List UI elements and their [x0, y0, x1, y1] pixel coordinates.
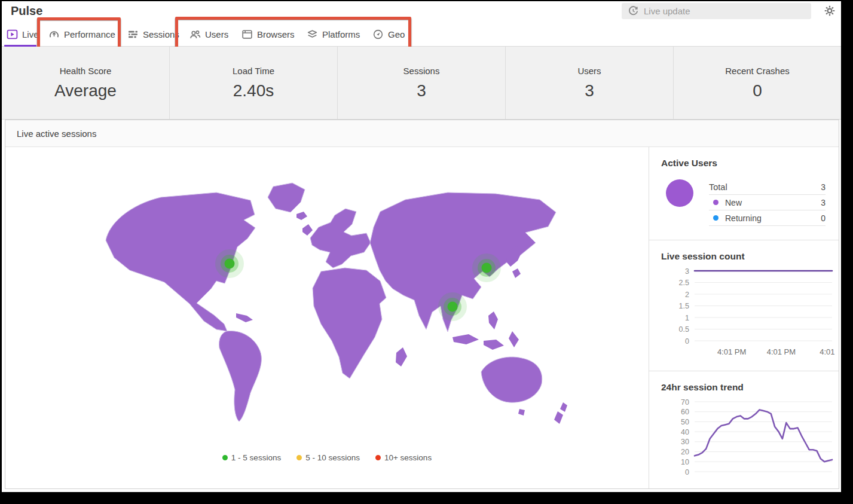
app-window: Pulse Live update Live: [2, 1, 841, 492]
tab-live[interactable]: Live: [7, 22, 39, 47]
stat-label: Health Score: [2, 66, 169, 76]
stat-label: Sessions: [338, 66, 505, 76]
live-play-icon: [7, 29, 18, 40]
row-value: 3: [821, 182, 826, 192]
row-label: New: [725, 198, 742, 207]
svg-text:70: 70: [681, 398, 689, 407]
tab-sessions-label: Sessions: [143, 29, 179, 39]
legend-item-green: 1 - 5 sessions: [222, 453, 281, 462]
stat-health-score: Health Score Average: [2, 47, 169, 119]
stat-label: Users: [506, 66, 673, 76]
svg-text:1: 1: [685, 314, 689, 322]
stat-value: 3: [506, 81, 673, 100]
legend-item-red: 10+ sessions: [375, 453, 432, 462]
tab-performance-label: Performance: [64, 29, 115, 39]
stats-band: Health Score Average Load Time 2.40s Ses…: [2, 47, 841, 120]
settings-button[interactable]: [823, 4, 837, 19]
panel-title: Live active sessions: [17, 129, 96, 139]
svg-text:40: 40: [681, 428, 689, 436]
svg-text:30: 30: [681, 438, 689, 446]
tab-browsers-label: Browsers: [257, 29, 295, 39]
session-trend-section: 24hr session trend 706050403020100: [649, 371, 839, 488]
svg-text:50: 50: [681, 418, 689, 426]
svg-text:0.5: 0.5: [679, 325, 689, 334]
row-label: Returning: [725, 213, 762, 223]
stat-value: 0: [674, 81, 841, 100]
tab-sessions[interactable]: Sessions: [127, 22, 179, 47]
live-sessions-panel: Live active sessions: [5, 120, 839, 489]
table-row: Returning 0: [709, 210, 826, 226]
stat-recent-crashes: Recent Crashes 0: [673, 47, 841, 119]
row-value: 0: [821, 213, 826, 223]
tab-live-label: Live: [22, 29, 39, 39]
world-map: [94, 181, 579, 439]
live-session-count-title: Live session count: [661, 251, 826, 262]
session-trend-title: 24hr session trend: [661, 382, 826, 393]
stat-value: 3: [338, 81, 505, 100]
stat-users: Users 3: [505, 47, 673, 119]
tab-platforms-label: Platforms: [322, 29, 360, 39]
world-map-area: 1 - 5 sessions 5 - 10 sessions 10+ sessi…: [5, 147, 649, 488]
stat-value: Average: [2, 81, 169, 100]
svg-text:1.5: 1.5: [679, 302, 689, 310]
live-update-control[interactable]: Live update: [622, 3, 811, 19]
sessions-bars-icon: [127, 29, 139, 40]
svg-text:3: 3: [685, 267, 689, 276]
svg-text:10: 10: [681, 458, 689, 466]
stat-value: 2.40s: [170, 81, 337, 100]
stat-sessions: Sessions 3: [337, 47, 505, 119]
table-row: New 3: [709, 195, 826, 210]
row-value: 3: [821, 198, 826, 207]
active-users-title: Active Users: [661, 158, 826, 169]
green-dot-icon: [222, 455, 228, 460]
row-label: Total: [709, 182, 727, 192]
svg-text:4:01 PM: 4:01 PM: [767, 347, 796, 356]
tab-geo[interactable]: Geo: [372, 22, 405, 47]
tab-users-label: Users: [205, 29, 228, 39]
svg-text:2: 2: [685, 291, 689, 299]
tab-performance[interactable]: Performance: [48, 22, 115, 47]
red-dot-icon: [375, 455, 381, 460]
app-header: Pulse Live update: [2, 1, 841, 22]
stat-label: Load Time: [170, 66, 337, 76]
performance-gauge-icon: [48, 29, 60, 40]
stat-label: Recent Crashes: [674, 66, 841, 76]
active-users-table: Total 3 New 3 Returning 0: [709, 179, 826, 226]
svg-text:0: 0: [685, 468, 689, 476]
svg-text:4:01: 4:01: [820, 347, 834, 356]
legend-label: 1 - 5 sessions: [231, 453, 281, 462]
live-session-count-section: Live session count 32.521.510.504:01 PM4…: [649, 240, 839, 371]
geo-globe-icon: [372, 29, 384, 40]
sidebar: Active Users Total 3 New 3: [649, 147, 839, 488]
page-title: Pulse: [11, 4, 42, 18]
tab-bar: Live Performance Sessions: [2, 22, 841, 47]
browsers-window-icon: [241, 29, 253, 40]
svg-text:2.5: 2.5: [679, 279, 689, 287]
platforms-layers-icon: [307, 29, 318, 40]
yellow-dot-icon: [296, 455, 302, 460]
active-users-donut: [666, 179, 693, 207]
live-session-count-chart: 32.521.510.504:01 PM4:01 PM4:01: [661, 267, 838, 356]
svg-text:20: 20: [681, 448, 689, 456]
legend-label: 10+ sessions: [384, 453, 432, 462]
svg-text:0: 0: [685, 337, 689, 346]
tab-browsers[interactable]: Browsers: [241, 22, 295, 47]
gear-icon: [823, 4, 836, 17]
new-users-dot-icon: [713, 200, 719, 205]
stat-load-time: Load Time 2.40s: [169, 47, 337, 119]
session-trend-chart: 706050403020100: [661, 398, 838, 475]
tab-geo-label: Geo: [388, 29, 405, 39]
table-row: Total 3: [709, 179, 826, 195]
returning-users-dot-icon: [713, 215, 719, 221]
legend-item-yellow: 5 - 10 sessions: [296, 453, 360, 462]
tab-platforms[interactable]: Platforms: [307, 22, 360, 47]
svg-text:4:01 PM: 4:01 PM: [717, 347, 746, 356]
tab-users[interactable]: Users: [189, 22, 228, 47]
panel-header: Live active sessions: [5, 120, 839, 147]
active-users-section: Active Users Total 3 New 3: [649, 147, 839, 240]
users-people-icon: [189, 29, 201, 40]
legend-label: 5 - 10 sessions: [305, 453, 360, 462]
map-legend: 1 - 5 sessions 5 - 10 sessions 10+ sessi…: [5, 453, 649, 462]
svg-text:60: 60: [681, 408, 689, 416]
live-update-label: Live update: [644, 6, 690, 16]
